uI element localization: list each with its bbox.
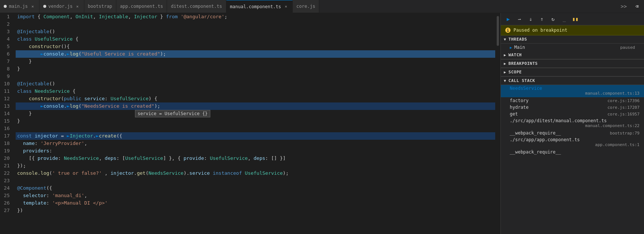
- tab-main[interactable]: main.js×: [0, 0, 40, 13]
- callstack-name: factory: [510, 98, 529, 103]
- line-number-20: 20: [0, 155, 13, 162]
- tab-close-icon[interactable]: ×: [283, 4, 289, 9]
- scrollbar-thumb[interactable]: [497, 16, 499, 46]
- tab-core[interactable]: core.js: [293, 0, 320, 13]
- code-line-11[interactable]: class NeedsService {: [16, 88, 495, 95]
- callstack-location-line: manual.component.ts:13: [510, 91, 640, 97]
- code-line-27[interactable]: }): [16, 207, 495, 214]
- callstack-item-1[interactable]: factorycore.js:17396: [501, 97, 644, 104]
- code-line-10[interactable]: @Injectable(): [16, 80, 495, 88]
- line-number-17: 17: [0, 132, 13, 140]
- code-line-21[interactable]: });: [16, 162, 495, 170]
- tab-bootstrap[interactable]: bootstrap: [84, 0, 116, 13]
- code-line-8[interactable]: }: [16, 65, 495, 73]
- tab-vendor[interactable]: vendor.js×: [40, 0, 84, 13]
- thread-main-label: Main: [514, 45, 525, 50]
- line-number-27: 27: [0, 207, 13, 214]
- code-line-25[interactable]: selector: 'manual_di',: [16, 192, 495, 199]
- code-content[interactable]: import { Component, OnInit, Injectable, …: [16, 13, 495, 234]
- code-line-5[interactable]: constructor(){: [16, 43, 495, 50]
- tab-actions: ⌫: [630, 1, 644, 11]
- callstack-item-6[interactable]: ./src/app/app.component.tsapp.component.…: [501, 136, 644, 149]
- thread-main[interactable]: ▶ Main paused: [501, 44, 644, 51]
- paused-icon: i: [505, 28, 511, 33]
- step-over-button[interactable]: ⇀: [515, 15, 524, 23]
- code-line-3[interactable]: @Injectable(): [16, 28, 495, 35]
- scope-chevron: ▶: [504, 70, 506, 74]
- restart-button[interactable]: ↻: [549, 15, 557, 23]
- callstack-item-7[interactable]: __webpack_require__: [501, 149, 644, 155]
- callstack-location: core.js:17207: [607, 105, 640, 110]
- line-number-24: 24: [0, 184, 13, 192]
- tab-app[interactable]: app.component.ts: [116, 0, 167, 13]
- callstack-location: core.js:17396: [607, 98, 640, 103]
- code-editor: 1234567891011121314151617181920212223242…: [0, 13, 500, 234]
- scrollbar-track[interactable]: [495, 13, 500, 234]
- line-number-5: 5: [0, 43, 13, 50]
- tab-manual[interactable]: manual.component.ts×: [226, 0, 293, 13]
- line-number-25: 25: [0, 192, 13, 199]
- callstack-item-5[interactable]: __webpack_require__bootstrap:79: [501, 130, 644, 136]
- code-line-1[interactable]: import { Component, OnInit, Injectable, …: [16, 13, 495, 20]
- code-line-16[interactable]: [16, 125, 495, 132]
- code-line-13[interactable]: ►console.►log("NeedsService is created")…: [16, 102, 495, 110]
- line-number-1: 1: [0, 13, 13, 20]
- tab-label: bootstrap: [88, 4, 112, 9]
- breakpoints-section-header[interactable]: ▶ Breakpoints: [501, 60, 644, 68]
- code-line-15[interactable]: }: [16, 117, 495, 125]
- tab-label: ditest.component.ts: [171, 4, 222, 9]
- line-number-4: 4: [0, 35, 13, 43]
- pause-button[interactable]: ▮▮: [571, 15, 580, 23]
- code-line-20[interactable]: [{ provide: NeedsService, deps: [UsefulS…: [16, 155, 495, 162]
- callstack-name: hydrate: [510, 105, 529, 110]
- callstack-item-0[interactable]: NeedsServicemanual.component.ts:13: [501, 85, 644, 97]
- main-content: 1234567891011121314151617181920212223242…: [0, 13, 644, 234]
- scope-section: ▶ Scope: [501, 68, 644, 77]
- paused-message: Paused on breakpoint: [513, 28, 568, 33]
- code-line-9[interactable]: [16, 73, 495, 80]
- step-into-button[interactable]: ⇓: [526, 15, 535, 23]
- line-number-19: 19: [0, 147, 13, 155]
- callstack-section-header[interactable]: ▼ Call Stack: [501, 77, 644, 85]
- watch-chevron: ▶: [504, 53, 506, 57]
- code-line-18[interactable]: name: 'JerryProvider',: [16, 140, 495, 147]
- thread-main-name: ▶ Main: [510, 45, 525, 50]
- scope-section-header[interactable]: ▶ Scope: [501, 68, 644, 76]
- breakpoints-section: ▶ Breakpoints: [501, 60, 644, 68]
- stop-breakpoints-button[interactable]: ⎯: [560, 15, 569, 23]
- line-number-15: 15: [0, 117, 13, 125]
- continue-button[interactable]: ▶: [504, 15, 513, 23]
- code-line-26[interactable]: template: '<p>Manual DI </p>': [16, 199, 495, 207]
- tab-ditest[interactable]: ditest.component.ts: [167, 0, 226, 13]
- callstack-item-2[interactable]: hydratecore.js:17207: [501, 104, 644, 111]
- code-line-23[interactable]: [16, 177, 495, 184]
- tab-label: manual.component.ts: [230, 4, 281, 9]
- thread-main-status: paused: [620, 45, 635, 50]
- code-line-6[interactable]: ►console.►log("Useful Service is created…: [16, 50, 495, 58]
- code-line-7[interactable]: }: [16, 58, 495, 65]
- callstack-item-3[interactable]: getcore.js:16957: [501, 111, 644, 117]
- tab-overflow-button[interactable]: >>: [618, 3, 630, 9]
- code-line-2[interactable]: [16, 20, 495, 28]
- code-line-12[interactable]: constructor(public service: UsefulServic…: [16, 95, 495, 102]
- step-out-button[interactable]: ⇑: [537, 15, 546, 23]
- threads-label: Threads: [509, 37, 527, 42]
- code-line-4[interactable]: class UsefulService {: [16, 35, 495, 43]
- watch-label: Watch: [509, 53, 522, 57]
- code-line-17[interactable]: const injector = ►Injector.►create({: [16, 132, 495, 140]
- code-line-24[interactable]: @Component({: [16, 184, 495, 192]
- code-line-14[interactable]: }: [16, 110, 495, 117]
- watch-section-header[interactable]: ▶ Watch: [501, 51, 644, 59]
- split-editor-button[interactable]: ⌫: [632, 1, 642, 11]
- code-line-22[interactable]: console.log(' true or false?' , injector…: [16, 170, 495, 177]
- line-number-3: 3: [0, 28, 13, 35]
- tab-close-icon[interactable]: ×: [75, 4, 80, 9]
- threads-chevron: ▼: [504, 37, 506, 41]
- tab-close-icon[interactable]: ×: [30, 4, 35, 9]
- callstack-item-4[interactable]: ./src/app/ditest/manual.component.tsmanu…: [501, 117, 644, 130]
- breakpoints-chevron: ▶: [504, 61, 506, 66]
- line-number-23: 23: [0, 177, 13, 184]
- code-line-19[interactable]: providers:: [16, 147, 495, 155]
- breakpoints-label: Breakpoints: [509, 61, 538, 66]
- threads-section-header[interactable]: ▼ Threads: [501, 35, 644, 44]
